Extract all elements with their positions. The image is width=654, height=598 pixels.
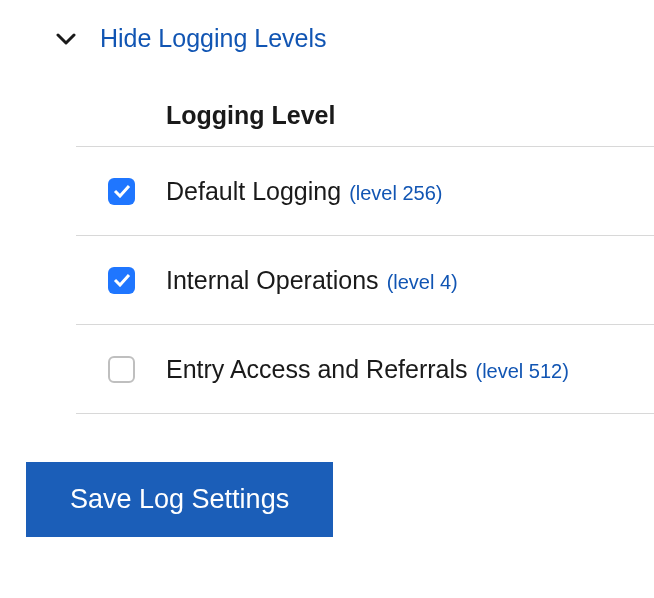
label-cell: Entry Access and Referrals (level 512): [166, 355, 569, 384]
toggle-logging-levels[interactable]: Hide Logging Levels: [0, 24, 654, 53]
table-row: Internal Operations (level 4): [76, 236, 654, 324]
row-level: (level 512): [476, 360, 569, 383]
checkbox-cell: [76, 267, 166, 294]
checkbox-cell: [76, 178, 166, 205]
table-row: Entry Access and Referrals (level 512): [76, 325, 654, 413]
chevron-down-icon: [56, 32, 76, 46]
row-label: Default Logging: [166, 177, 341, 206]
label-cell: Default Logging (level 256): [166, 177, 443, 206]
toggle-logging-levels-label: Hide Logging Levels: [100, 24, 327, 53]
row-level: (level 4): [387, 271, 458, 294]
table-header: Logging Level: [76, 101, 654, 146]
checkbox-cell: [76, 356, 166, 383]
label-cell: Internal Operations (level 4): [166, 266, 458, 295]
save-log-settings-button[interactable]: Save Log Settings: [26, 462, 333, 537]
table-row: Default Logging (level 256): [76, 147, 654, 235]
row-level: (level 256): [349, 182, 442, 205]
row-label: Entry Access and Referrals: [166, 355, 468, 384]
logging-levels-table: Logging Level Default Logging (level 256…: [0, 101, 654, 414]
checkbox-entry-access-referrals[interactable]: [108, 356, 135, 383]
row-label: Internal Operations: [166, 266, 379, 295]
checkbox-internal-operations[interactable]: [108, 267, 135, 294]
divider: [76, 413, 654, 414]
checkbox-default-logging[interactable]: [108, 178, 135, 205]
